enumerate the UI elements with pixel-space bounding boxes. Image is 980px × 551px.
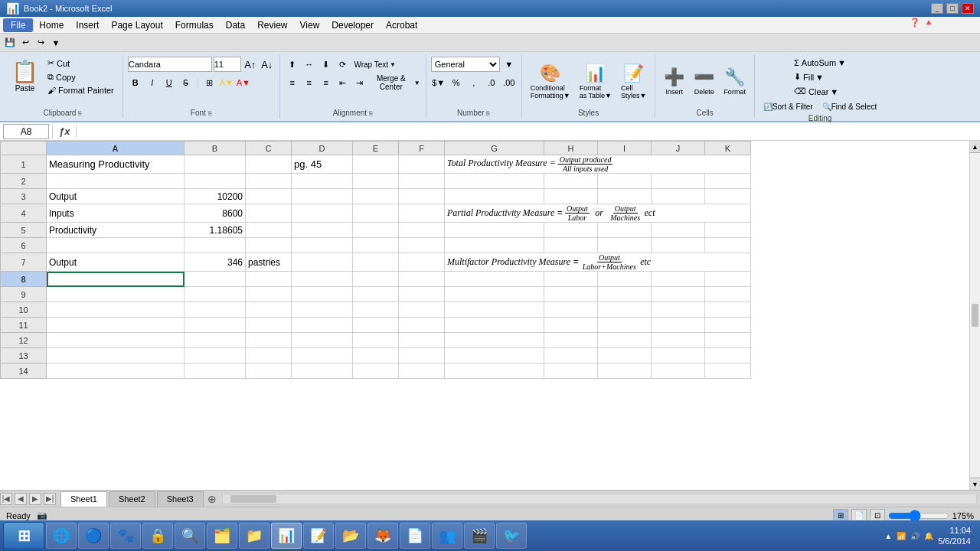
cell-J12[interactable] [652, 333, 705, 348]
row-header-12[interactable]: 12 [1, 333, 47, 348]
cell-H3[interactable] [544, 189, 598, 204]
cell-B5[interactable]: 1.18605 [185, 223, 246, 238]
align-right-btn[interactable]: ≡ [318, 75, 334, 90]
cell-C8[interactable] [246, 272, 292, 287]
wrap-text-btn[interactable]: Wrap Text [352, 57, 398, 72]
cell-D2[interactable] [292, 174, 353, 189]
cell-B8[interactable] [185, 272, 246, 287]
cell-K12[interactable] [705, 333, 751, 348]
cell-C10[interactable] [246, 302, 292, 318]
text-angle-btn[interactable]: ⟳ [335, 57, 351, 72]
formula-input[interactable] [80, 124, 977, 139]
taskbar-excel[interactable]: 📊 [271, 523, 302, 549]
cell-H8[interactable] [544, 272, 598, 287]
cell-H14[interactable] [544, 364, 598, 379]
add-sheet-btn[interactable]: ⊕ [205, 492, 219, 506]
cell-H2[interactable] [544, 174, 598, 189]
cell-G3[interactable] [445, 189, 544, 204]
row-header-6[interactable]: 6 [1, 238, 47, 253]
cell-I3[interactable] [598, 189, 652, 204]
cell-J14[interactable] [652, 364, 705, 379]
cell-K3[interactable] [705, 189, 751, 204]
delete-cells-btn[interactable]: ➖ Delete [690, 65, 718, 98]
cell-K9[interactable] [705, 287, 751, 302]
taskbar-people[interactable]: 👥 [432, 523, 462, 549]
merge-center-btn[interactable]: Merge & Center [369, 75, 421, 90]
align-middle-btn[interactable]: ↔ [302, 57, 317, 72]
cell-H6[interactable] [544, 238, 598, 253]
cell-A12[interactable] [47, 333, 185, 348]
cell-A4[interactable]: Inputs [47, 204, 185, 223]
menu-developer[interactable]: Developer [325, 18, 380, 32]
cell-I6[interactable] [598, 238, 652, 253]
paste-button[interactable]: 📋 Paste [8, 57, 42, 95]
tray-sound-icon[interactable]: 🔊 [910, 532, 920, 540]
sheet-tab-sheet2[interactable]: Sheet2 [109, 491, 155, 507]
cell-C6[interactable] [246, 238, 292, 253]
cell-D5[interactable] [292, 223, 353, 238]
format-as-table-btn[interactable]: 📊 Formatas Table▼ [576, 61, 616, 102]
col-header-G[interactable]: G [445, 142, 544, 155]
cell-D4[interactable] [292, 204, 353, 223]
start-button[interactable]: ⊞ [3, 522, 44, 549]
cell-F10[interactable] [399, 302, 445, 318]
minimize-ribbon-btn[interactable]: 🔺 [923, 18, 934, 28]
taskbar-app3[interactable]: 🐾 [110, 523, 141, 549]
cell-B6[interactable] [185, 238, 246, 253]
row-header-1[interactable]: 1 [1, 155, 47, 174]
align-top-btn[interactable]: ⬆ [285, 57, 300, 72]
currency-btn[interactable]: $▼ [431, 75, 446, 90]
cell-E6[interactable] [353, 238, 399, 253]
col-header-J[interactable]: J [652, 142, 705, 155]
cell-G10[interactable] [445, 302, 544, 318]
cell-G13[interactable] [445, 348, 544, 364]
cell-C1[interactable] [246, 155, 292, 174]
cell-E14[interactable] [353, 364, 399, 379]
cell-E8[interactable] [353, 272, 399, 287]
cell-J3[interactable] [652, 189, 705, 204]
horizontal-scrollbar[interactable] [222, 494, 977, 504]
cell-K11[interactable] [705, 318, 751, 333]
row-header-8[interactable]: 8 [1, 272, 47, 287]
row-header-9[interactable]: 9 [1, 287, 47, 302]
cell-F2[interactable] [399, 174, 445, 189]
close-btn[interactable]: ✕ [962, 3, 974, 14]
redo-quick-btn[interactable]: ↪ [34, 36, 47, 50]
tray-notification-icon[interactable]: 🔔 [924, 532, 933, 540]
find-select-btn[interactable]: 🔍 Find & Select [818, 101, 880, 112]
taskbar-files[interactable]: 🗂️ [207, 523, 237, 549]
clear-btn[interactable]: ⌫ Clear ▼ [790, 85, 844, 98]
cell-K6[interactable] [705, 238, 751, 253]
cell-F1[interactable] [399, 155, 445, 174]
col-header-B[interactable]: B [185, 142, 246, 155]
cell-D10[interactable] [292, 302, 353, 318]
cell-A6[interactable] [47, 238, 185, 253]
col-header-C[interactable]: C [246, 142, 292, 155]
menu-page-layout[interactable]: Page Layout [105, 18, 168, 32]
zoom-slider[interactable] [888, 511, 949, 520]
cell-A9[interactable] [47, 287, 185, 302]
menu-data[interactable]: Data [220, 18, 251, 32]
scroll-down-btn[interactable]: ▼ [970, 478, 980, 490]
cell-I12[interactable] [598, 333, 652, 348]
cell-D12[interactable] [292, 333, 353, 348]
cell-G5[interactable] [445, 223, 544, 238]
maximize-btn[interactable]: □ [946, 3, 959, 14]
cell-D1[interactable]: pg. 45 [292, 155, 353, 174]
cell-E5[interactable] [353, 223, 399, 238]
cell-I14[interactable] [598, 364, 652, 379]
undo-quick-btn[interactable]: ↩ [18, 36, 32, 50]
cell-E12[interactable] [353, 333, 399, 348]
cell-E1[interactable] [353, 155, 399, 174]
cell-A1[interactable]: Measuring Productivity [47, 155, 185, 174]
taskbar-explorer[interactable]: 📂 [335, 523, 366, 549]
taskbar-firefox[interactable]: 🦊 [368, 523, 398, 549]
row-header-13[interactable]: 13 [1, 348, 47, 364]
cell-E10[interactable] [353, 302, 399, 318]
cell-G6[interactable] [445, 238, 544, 253]
taskbar-word[interactable]: 📝 [303, 523, 334, 549]
cell-A11[interactable] [47, 318, 185, 333]
cell-F3[interactable] [399, 189, 445, 204]
cell-H13[interactable] [544, 348, 598, 364]
cell-A5[interactable]: Productivity [47, 223, 185, 238]
